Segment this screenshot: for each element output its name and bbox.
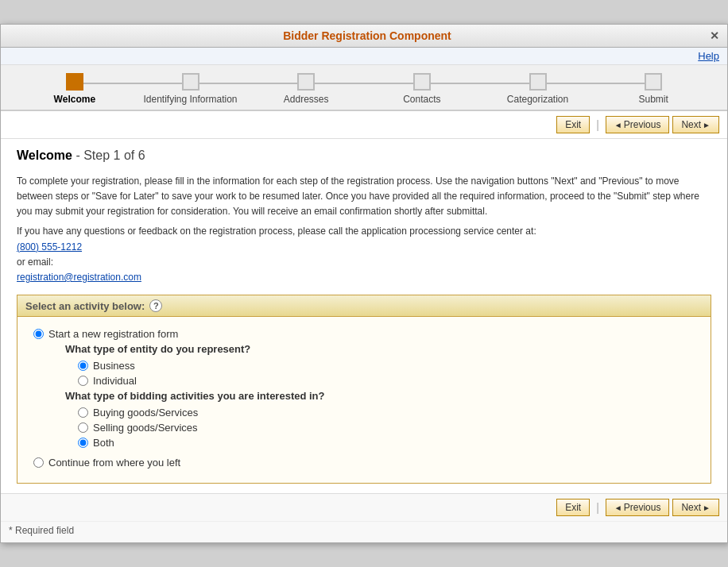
- bidding-both-label: Both: [93, 437, 114, 449]
- bottom-prev-arrow-icon: [614, 502, 622, 513]
- bidding-buying-radio[interactable]: [78, 407, 88, 418]
- continue-option[interactable]: Continue from where you left: [33, 457, 695, 469]
- page-title-step: - Step 1 of 6: [72, 148, 145, 162]
- step-categorization-label: Categorization: [507, 94, 568, 105]
- main-content: Welcome - Step 1 of 6 To complete your r…: [1, 139, 727, 493]
- step-welcome[interactable]: Welcome: [17, 73, 133, 110]
- top-nav-row: Exit | Previous Next: [1, 111, 727, 139]
- new-registration-radio[interactable]: [33, 329, 44, 339]
- top-previous-button[interactable]: Previous: [606, 116, 670, 133]
- bidding-both-radio[interactable]: [78, 438, 88, 448]
- continue-radio[interactable]: [33, 457, 44, 468]
- page-title-welcome: Welcome: [17, 148, 72, 162]
- info-section: To complete your registration, please fi…: [17, 174, 711, 285]
- info-para2: If you have any questions or feedback on…: [17, 226, 536, 237]
- bottom-next-button[interactable]: Next: [672, 499, 719, 516]
- next-arrow-icon: [703, 119, 711, 130]
- step-identifying[interactable]: Identifying Information: [133, 73, 249, 110]
- entity-question-section: What type of entity do you represent? Bu…: [49, 343, 695, 449]
- entity-options: Business Individual: [78, 360, 695, 387]
- activity-header: Select an activity below: ?: [17, 295, 711, 317]
- activity-header-label: Select an activity below:: [25, 300, 145, 312]
- step-addresses[interactable]: Addresses: [248, 73, 364, 110]
- bidding-selling-radio[interactable]: [78, 422, 88, 433]
- entity-question: What type of entity do you represent?: [65, 343, 695, 355]
- bottom-next-label: Next: [681, 502, 701, 513]
- top-next-button[interactable]: Next: [672, 116, 719, 133]
- bottom-nav-row: Exit | Previous Next: [1, 493, 727, 521]
- bidding-both-option[interactable]: Both: [78, 437, 695, 449]
- info-para1: To complete your registration, please fi…: [17, 174, 711, 220]
- help-link[interactable]: Help: [698, 50, 719, 62]
- steps-bar: Welcome Identifying Information Addresse…: [1, 65, 727, 111]
- bottom-next-arrow-icon: [703, 502, 711, 513]
- title-bar: Bidder Registration Component ✕: [1, 25, 727, 48]
- step-contacts-icon: [413, 73, 431, 91]
- step-categorization-icon: [529, 73, 547, 91]
- bottom-previous-button[interactable]: Previous: [606, 499, 670, 516]
- prev-arrow-icon: [614, 119, 622, 130]
- close-button[interactable]: ✕: [710, 29, 719, 42]
- continue-label: Continue from where you left: [48, 457, 180, 469]
- step-contacts[interactable]: Contacts: [364, 73, 480, 110]
- new-registration-group: Start a new registration form What type …: [33, 328, 695, 449]
- activity-body: Start a new registration form What type …: [17, 317, 711, 483]
- step-identifying-icon: [182, 73, 199, 91]
- activity-box: Select an activity below: ? Start a new …: [17, 295, 711, 484]
- step-welcome-icon: [66, 73, 83, 91]
- top-previous-label: Previous: [624, 119, 661, 130]
- entity-business-label: Business: [93, 360, 135, 372]
- top-exit-button[interactable]: Exit: [556, 116, 590, 133]
- entity-individual-radio[interactable]: [78, 376, 88, 386]
- required-note: * Required field: [1, 521, 727, 542]
- top-nav-separator: |: [593, 118, 602, 131]
- main-window: Bidder Registration Component ✕ Help Wel…: [0, 24, 728, 543]
- step-submit[interactable]: Submit: [595, 73, 711, 110]
- info-or-email: or email:: [17, 256, 53, 268]
- new-registration-option[interactable]: Start a new registration form: [33, 328, 695, 340]
- bidding-buying-option[interactable]: Buying goods/Services: [78, 407, 695, 418]
- bottom-exit-button[interactable]: Exit: [556, 499, 590, 516]
- entity-business-option[interactable]: Business: [78, 360, 695, 372]
- step-welcome-label: Welcome: [54, 94, 95, 105]
- info-phone[interactable]: (800) 555-1212: [17, 241, 82, 253]
- entity-business-radio[interactable]: [78, 361, 88, 371]
- step-submit-label: Submit: [639, 94, 668, 105]
- step-contacts-label: Contacts: [403, 94, 440, 105]
- step-identifying-label: Identifying Information: [143, 94, 237, 105]
- step-categorization[interactable]: Categorization: [480, 73, 596, 110]
- bidding-buying-label: Buying goods/Services: [93, 407, 198, 418]
- activity-help-icon[interactable]: ?: [149, 299, 162, 312]
- step-submit-icon: [645, 73, 662, 91]
- info-email[interactable]: registration@registration.com: [17, 272, 141, 283]
- bidding-selling-label: Selling goods/Services: [93, 422, 198, 434]
- step-addresses-icon: [297, 73, 315, 91]
- entity-individual-label: Individual: [93, 375, 137, 387]
- bidding-selling-option[interactable]: Selling goods/Services: [78, 422, 695, 434]
- page-title: Welcome - Step 1 of 6: [17, 148, 711, 163]
- bottom-previous-label: Previous: [624, 502, 661, 513]
- step-addresses-label: Addresses: [284, 94, 329, 105]
- required-field-text: * Required field: [9, 525, 74, 536]
- new-registration-label: Start a new registration form: [48, 328, 178, 340]
- window-title: Bidder Registration Component: [25, 29, 710, 42]
- bidding-options: Buying goods/Services Selling goods/Serv…: [78, 407, 695, 449]
- bottom-nav-separator: |: [593, 501, 602, 514]
- entity-individual-option[interactable]: Individual: [78, 375, 695, 387]
- top-next-label: Next: [681, 119, 701, 130]
- bidding-question: What type of bidding activities you are …: [65, 390, 695, 402]
- help-bar: Help: [1, 48, 727, 65]
